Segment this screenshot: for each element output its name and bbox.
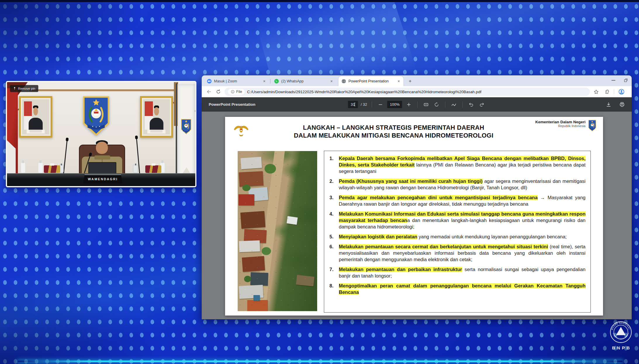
undo-button[interactable] xyxy=(467,101,475,108)
sanitizer-bottle xyxy=(21,163,25,173)
garuda-pancasila-emblem xyxy=(233,121,250,139)
screen-top-edge xyxy=(0,0,639,2)
pdf-document-title: PowerPoint Presentation xyxy=(209,102,255,107)
speaker-head xyxy=(96,142,108,154)
slide-page: LANGKAH – LANGKAH STRATEGIS PEMERINTAH D… xyxy=(225,117,603,316)
restore-window-button[interactable] xyxy=(623,77,629,83)
covered-glass xyxy=(133,165,138,173)
list-item: 8.Mengoptimalkan peran camat dalam penan… xyxy=(329,282,586,295)
list-item: 6.Melakukan pemantauan secara cermat dan… xyxy=(329,243,586,263)
speaker-collar xyxy=(94,155,110,160)
slide-title-line1: LANGKAH – LANGKAH STRATEGIS PEMERINTAH D… xyxy=(260,124,527,132)
ministry-pennant-flag xyxy=(177,84,195,181)
bookmark-star-icon[interactable] xyxy=(593,89,599,95)
url-text: C:/Users/admin/Downloads/29122025-Wmdn%2… xyxy=(247,90,481,94)
reload-button[interactable] xyxy=(215,89,222,95)
kemendagri-logo xyxy=(588,120,597,131)
list-item: 7.Melakukan pemantauan dan perbaikan inf… xyxy=(329,266,586,279)
zoom-out-button[interactable] xyxy=(377,101,384,108)
back-button[interactable] xyxy=(206,89,212,95)
tab-strip: Masuk | Zoom × (2) WhatsApp × PowerPoint… xyxy=(202,75,632,86)
url-field[interactable]: File C:/Users/admin/Downloads/29122025-W… xyxy=(224,88,590,96)
desk-microphone xyxy=(63,141,68,174)
flood-aerial-photo xyxy=(238,151,317,311)
info-icon xyxy=(231,90,235,94)
zoom-in-button[interactable] xyxy=(405,101,413,108)
tab-close-icon[interactable]: × xyxy=(262,79,267,84)
zoom-level-value[interactable]: 100% xyxy=(387,101,402,108)
slide-title: LANGKAH – LANGKAH STRATEGIS PEMERINTAH D… xyxy=(260,124,527,140)
minimize-button[interactable] xyxy=(612,80,615,81)
tab-close-icon[interactable]: × xyxy=(329,79,334,84)
tab-powerpoint-presentation[interactable]: PowerPoint Presentation × xyxy=(339,76,403,86)
annotate-pen-button[interactable] xyxy=(450,101,458,108)
tab-label: PowerPoint Presentation xyxy=(348,79,396,83)
remove-pin-button[interactable]: Remove pin xyxy=(10,85,38,92)
zoom-favicon xyxy=(207,79,212,84)
print-button[interactable] xyxy=(618,101,626,108)
flag-pole xyxy=(176,83,177,183)
sanitizer-bottle xyxy=(38,163,43,173)
tab-label: (2) WhatsApp xyxy=(281,79,329,83)
slide-list: 1.Kepala Daerah bersama Forkopimda melib… xyxy=(329,155,586,295)
list-item: 2.Pemda (Khususnya yang saat ini memilik… xyxy=(329,178,586,191)
tab-close-icon[interactable]: × xyxy=(396,79,401,84)
remove-pin-label: Remove pin xyxy=(18,87,35,90)
tissue-box xyxy=(145,165,161,173)
list-item: 4.Melakukan Komunikasi Informasi dan Edu… xyxy=(329,211,586,230)
list-item: 1.Kepala Daerah bersama Forkopimda melib… xyxy=(329,155,586,174)
profile-avatar-icon[interactable] xyxy=(618,89,625,95)
tab-label: Masuk | Zoom xyxy=(214,79,262,83)
pin-icon xyxy=(13,87,16,90)
tissue-box xyxy=(44,165,60,173)
desk-nameplate: WAMENDAGRI xyxy=(83,174,122,183)
slide-title-line2: DALAM MELAKUKAN MITIGASI BENCANA HIDROME… xyxy=(260,132,527,140)
globe-favicon xyxy=(341,79,346,84)
text-cursor-icon xyxy=(353,102,357,107)
tab-whatsapp[interactable]: (2) WhatsApp × xyxy=(271,76,336,86)
bnpb-label: BNPB xyxy=(607,345,635,350)
fit-page-button[interactable] xyxy=(422,101,430,108)
president-portrait xyxy=(19,96,52,138)
address-bar: File C:/Users/admin/Downloads/29122025-W… xyxy=(202,86,632,97)
ministry-header: Kementerian Dalam Negeri Republik Indone… xyxy=(535,120,597,131)
pdf-viewport[interactable]: LANGKAH – LANGKAH STRATEGIS PEMERINTAH D… xyxy=(202,112,632,319)
strategy-list-box: 1.Kepala Daerah bersama Forkopimda melib… xyxy=(324,151,591,313)
laptop xyxy=(88,162,116,174)
extensions-icon[interactable] xyxy=(603,89,610,95)
vice-president-portrait xyxy=(140,96,173,138)
speaker-video-tile[interactable]: WAMENDAGRI Remove pin xyxy=(6,81,196,187)
wall-trim xyxy=(30,89,175,91)
new-tab-button[interactable]: + xyxy=(406,77,414,85)
ministry-name: Kementerian Dalam Negeri xyxy=(535,120,586,124)
page-number-input[interactable]: 31 xyxy=(348,101,358,108)
cyan-glow-line xyxy=(18,360,623,362)
chrome-window: Masuk | Zoom × (2) WhatsApp × PowerPoint… xyxy=(202,75,632,319)
download-button[interactable] xyxy=(605,101,612,108)
ministry-subtitle: Republik Indonesia xyxy=(535,124,586,128)
rotate-button[interactable] xyxy=(433,101,441,108)
file-scheme-chip[interactable]: File xyxy=(228,89,245,95)
meeting-room-scene: WAMENDAGRI Remove pin xyxy=(7,82,195,186)
bnpb-logo: BNPB xyxy=(607,321,635,350)
list-item: 3.Pemda agar melakukan pencegahan dini u… xyxy=(329,194,586,207)
kemendagri-wall-emblem xyxy=(82,93,110,138)
bnpb-emblem-icon xyxy=(609,321,632,344)
redo-button[interactable] xyxy=(478,101,486,108)
tab-zoom[interactable]: Masuk | Zoom × xyxy=(204,76,269,86)
page-total-label: / 32 xyxy=(361,102,367,107)
pdf-toolbar: PowerPoint Presentation 31 / 32 100% xyxy=(202,97,632,112)
whatsapp-favicon xyxy=(274,79,279,84)
list-item: 5.Menyiapkan logistik dan peralatan yang… xyxy=(329,233,586,240)
